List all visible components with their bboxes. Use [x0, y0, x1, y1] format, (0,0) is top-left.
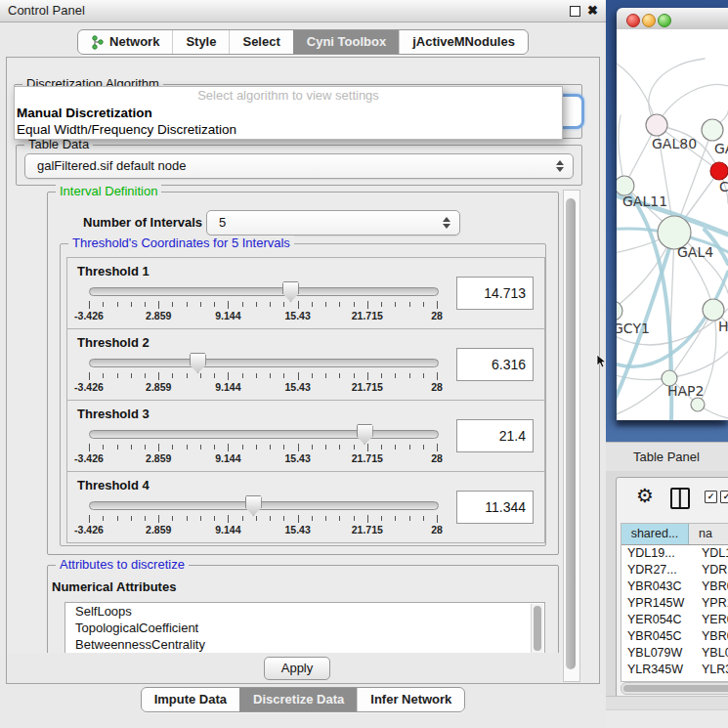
- cell-shared-name[interactable]: YBR045C: [621, 628, 695, 645]
- cell-name[interactable]: YBR0: [695, 628, 728, 645]
- checkbox-icon[interactable]: ✓: [720, 491, 728, 503]
- network-node[interactable]: [702, 119, 723, 141]
- network-node[interactable]: [691, 398, 705, 411]
- number-of-intervals-combobox[interactable]: 5: [206, 210, 460, 236]
- cell-name[interactable]: YPR1: [695, 595, 728, 612]
- table-row[interactable]: YER054CYER0: [621, 612, 728, 628]
- slider-tick: [437, 515, 438, 523]
- threshold-slider-thumb[interactable]: [357, 424, 373, 445]
- node-label-hap2: HAP2: [667, 383, 704, 399]
- split-columns-icon[interactable]: [670, 488, 690, 509]
- cell-name[interactable]: YDL1: [695, 545, 728, 562]
- attribute-item-selfloops[interactable]: SelfLoops: [65, 603, 544, 620]
- threshold-label: Threshold 3: [77, 407, 150, 421]
- attribute-item-betweennesscentrality[interactable]: BetweennessCentrality: [65, 636, 544, 653]
- table-row[interactable]: YPR145WYPR1: [621, 595, 728, 612]
- slider-tick: [381, 302, 382, 307]
- network-window-titlebar[interactable]: [617, 8, 728, 30]
- control-panel-window: Control Panel ✖ NetworkStyleSelectCyni T…: [0, 0, 607, 728]
- threshold-slider-track[interactable]: [89, 359, 439, 367]
- table-data-combobox[interactable]: galFiltered.sif default node: [24, 153, 574, 179]
- slider-tick: [187, 516, 188, 521]
- cell-name[interactable]: YBL0: [695, 645, 728, 662]
- bottom-tab-impute-data[interactable]: Impute Data: [142, 688, 239, 711]
- tab-cyni-toolbox[interactable]: Cyni Toolbox: [293, 30, 399, 54]
- threshold-value-field[interactable]: 21.4: [456, 419, 534, 452]
- slider-tick: [354, 302, 355, 307]
- control-panel-titlebar[interactable]: Control Panel ✖: [0, 0, 606, 22]
- table-row[interactable]: YBL079WYBL0: [621, 645, 728, 662]
- tab-select[interactable]: Select: [229, 30, 292, 54]
- table-row[interactable]: YBR045CYBR0: [621, 628, 728, 645]
- slider-tick: [283, 445, 284, 450]
- float-window-icon[interactable]: [570, 6, 580, 17]
- network-node-gal80[interactable]: [646, 114, 667, 136]
- slider-tick-label: 28: [407, 381, 466, 393]
- threshold-slider-track[interactable]: [89, 287, 439, 296]
- bottom-tab-discretize-data[interactable]: Discretize Data: [239, 688, 357, 711]
- slider-tick: [145, 302, 146, 307]
- content-vertical-scrollbar[interactable]: [563, 190, 580, 682]
- numerical-attributes-list[interactable]: SelfLoopsTopologicalCoefficientBetweenne…: [64, 602, 545, 655]
- threshold-value-field[interactable]: 6.316: [456, 348, 534, 381]
- cell-shared-name[interactable]: YDR27...: [621, 562, 695, 578]
- slider-tick: [187, 373, 188, 378]
- tab-label: Network: [109, 30, 159, 54]
- table-row[interactable]: YLR345WYLR3: [621, 662, 728, 678]
- slider-tick: [325, 302, 326, 307]
- network-node[interactable]: [710, 162, 728, 180]
- attributes-group-title: Attributes to discretize: [56, 557, 189, 572]
- cell-name[interactable]: YBR0: [695, 578, 728, 595]
- checkbox-icon[interactable]: ✓: [705, 491, 717, 503]
- slider-tick-label: 9.144: [198, 452, 257, 464]
- cell-name[interactable]: YDR2: [695, 562, 728, 578]
- attribute-item-topologicalcoefficient[interactable]: TopologicalCoefficient: [65, 620, 544, 636]
- cell-name[interactable]: YER0: [695, 612, 728, 628]
- table-row[interactable]: YDR27...YDR2: [621, 562, 728, 578]
- algorithm-option-manual-discretization[interactable]: Manual Discretization: [17, 106, 152, 120]
- tab-style[interactable]: Style: [172, 30, 229, 54]
- traffic-light-zoom-icon[interactable]: [658, 14, 671, 27]
- slider-tick: [214, 373, 215, 378]
- table-horizontal-scrollbar[interactable]: [621, 682, 728, 695]
- slider-tick-label: 15.43: [269, 452, 327, 464]
- cell-shared-name[interactable]: YPR145W: [621, 595, 695, 612]
- cell-shared-name[interactable]: YLR345W: [621, 662, 695, 678]
- network-icon: [91, 35, 105, 50]
- combobox-stepper-icon: [556, 160, 564, 172]
- network-canvas[interactable]: GAL80GAL11GAL4GCY1HHAP2GAC: [617, 29, 728, 420]
- threshold-slider-thumb[interactable]: [190, 353, 206, 373]
- threshold-slider-track[interactable]: [89, 430, 439, 439]
- network-node-gcy1[interactable]: [617, 301, 622, 321]
- traffic-light-minimize-icon[interactable]: [642, 14, 656, 27]
- network-node-h[interactable]: [703, 299, 724, 321]
- cell-shared-name[interactable]: YER054C: [621, 612, 695, 628]
- slider-tick: [367, 372, 368, 380]
- threshold-slider-thumb[interactable]: [245, 495, 262, 516]
- table-row[interactable]: YBR043CYBR0: [621, 578, 728, 595]
- table-panel-header[interactable]: Table Panel: [606, 442, 728, 473]
- tab-jactivemnodules[interactable]: jActiveMNodules: [399, 30, 528, 54]
- threshold-value-field[interactable]: 14.713: [456, 277, 534, 310]
- table-row[interactable]: YDL19...YDL1: [621, 545, 728, 562]
- slider-tick: [325, 373, 326, 378]
- close-icon[interactable]: ✖: [587, 2, 598, 20]
- apply-button[interactable]: Apply: [264, 657, 330, 680]
- column-header-name[interactable]: na: [689, 524, 728, 544]
- slider-tick-label: 15.43: [269, 381, 327, 393]
- traffic-light-close-icon[interactable]: [626, 14, 640, 27]
- network-node-gal11[interactable]: [617, 176, 634, 195]
- cell-shared-name[interactable]: YBL079W: [621, 645, 695, 662]
- cell-name[interactable]: YLR3: [695, 662, 728, 678]
- cell-shared-name[interactable]: YDL19...: [621, 545, 695, 562]
- tab-network[interactable]: Network: [78, 30, 172, 54]
- algorithm-option-equal-width-frequency-discretization[interactable]: Equal Width/Frequency Discretization: [17, 122, 236, 137]
- threshold-value-field[interactable]: 11.344: [456, 491, 534, 524]
- threshold-slider-track[interactable]: [89, 501, 439, 510]
- threshold-slider-thumb[interactable]: [282, 281, 299, 302]
- cell-shared-name[interactable]: YBR043C: [621, 578, 695, 595]
- gear-icon[interactable]: ⚙: [636, 485, 654, 506]
- bottom-tab-infer-network[interactable]: Infer Network: [357, 688, 464, 711]
- attributes-list-scrollbar[interactable]: [531, 604, 543, 653]
- column-header-shared-name[interactable]: shared...: [621, 524, 689, 544]
